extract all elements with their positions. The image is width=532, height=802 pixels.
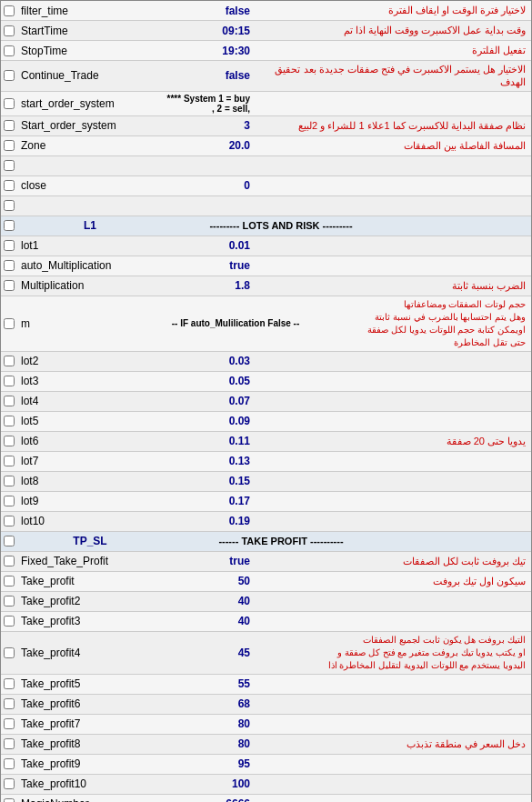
check-stop-time[interactable] xyxy=(1,45,17,57)
row-tp2: Take_profit2 40 xyxy=(1,592,531,612)
name-tp10: Take_profit10 xyxy=(17,776,163,792)
checkbox-blank3[interactable] xyxy=(4,200,15,211)
comment-zone: المسافة الفاصلة بين الصفقات xyxy=(254,137,531,154)
checkbox-tp4[interactable] xyxy=(4,647,15,658)
row-lot10: lot10 0.19 xyxy=(1,512,531,532)
value-tp2: 40 xyxy=(163,593,254,609)
value-tp3: 40 xyxy=(163,613,254,629)
comment-close xyxy=(254,184,531,187)
name-tp6: Take_profit6 xyxy=(17,696,163,712)
name-lot2: lot2 xyxy=(17,353,163,369)
table-area: filter_time false لاختيار فترة الوقت او … xyxy=(1,1,531,802)
row-tp1: Take_profit 50 سيكون اول تيك بروفت xyxy=(1,572,531,592)
checkbox-filter-time[interactable] xyxy=(4,5,15,16)
comment-stop-time: تفعيل الفلترة xyxy=(254,42,531,58)
row-stop-time: StopTime 19:30 تفعيل الفلترة xyxy=(1,41,531,61)
row-tp5: Take_profit5 55 xyxy=(1,675,531,695)
checkbox-zone[interactable] xyxy=(4,140,15,151)
checkbox-continue-trade[interactable] xyxy=(4,70,15,81)
check-start-order-num[interactable] xyxy=(1,119,17,132)
comment-lot1 xyxy=(254,244,531,247)
check-start-order-str[interactable] xyxy=(1,97,17,110)
checkbox-start-time[interactable] xyxy=(4,25,15,36)
checkbox-tp1[interactable] xyxy=(4,576,15,586)
checkbox-multiplication[interactable] xyxy=(4,280,15,291)
comment-tp4: التيك بروفت هل يكون ثابت لجميع الصفقاتاو… xyxy=(254,632,531,674)
checkbox-lot7[interactable] xyxy=(4,456,15,466)
comment-m: حجم لوتات الصفقات ومضاعفاتهاوهل يتم احتس… xyxy=(308,296,531,351)
checkbox-magic[interactable] xyxy=(4,798,15,802)
value-magic: 6666 xyxy=(163,796,254,802)
check-start-time[interactable] xyxy=(1,25,17,37)
value-tp6: 68 xyxy=(163,696,254,712)
checkbox-tp8[interactable] xyxy=(4,738,15,749)
checkbox-tp5[interactable] xyxy=(4,678,15,689)
name-continue-trade: Continue_Trade xyxy=(17,67,163,84)
check-continue-trade[interactable] xyxy=(1,69,17,82)
row-lot2: lot2 0.03 xyxy=(1,352,531,372)
row-filter-time: filter_time false لاختيار فترة الوقت او … xyxy=(1,1,531,21)
name-auto-mult: auto_Multiplication xyxy=(17,257,163,274)
row-lot5: lot5 0.09 xyxy=(1,412,531,432)
checkbox-L1[interactable] xyxy=(4,220,15,231)
check-zone[interactable] xyxy=(1,139,17,152)
comment-lot6: يدويا حتى 20 صفقة xyxy=(254,433,531,449)
name-lot5: lot5 xyxy=(17,413,163,429)
checkbox-lot1[interactable] xyxy=(4,240,15,251)
name-lot1: lot1 xyxy=(17,237,163,254)
checkbox-tp7[interactable] xyxy=(4,718,15,729)
name-tp1: Take_profit xyxy=(17,573,163,589)
name-close: close xyxy=(17,177,163,194)
value-lot3: 0.05 xyxy=(163,373,254,389)
name-lot4: lot4 xyxy=(17,393,163,409)
value-stop-time: 19:30 xyxy=(163,43,254,59)
checkbox-tp6[interactable] xyxy=(4,698,15,709)
comment-filter-time: لاختيار فترة الوقت او ايقاف الفترة xyxy=(254,2,531,18)
checkbox-start-order-str[interactable] xyxy=(4,98,15,109)
comment-start-order-num: نظام صفقة البداية للاكسبرت كما 1علاء 1 ل… xyxy=(254,117,531,134)
checkbox-tp10[interactable] xyxy=(4,778,15,789)
checkbox-tp-sl[interactable] xyxy=(4,536,15,546)
name-lot7: lot7 xyxy=(17,453,163,469)
checkbox-lot2[interactable] xyxy=(4,356,15,366)
name-start-time: StartTime xyxy=(17,23,163,39)
checkbox-lot8[interactable] xyxy=(4,476,15,486)
name-lot6: lot6 xyxy=(17,433,163,449)
checkbox-stop-time[interactable] xyxy=(4,45,15,56)
checkbox-tp2[interactable] xyxy=(4,596,15,607)
checkbox-close[interactable] xyxy=(4,180,15,191)
checkbox-lot3[interactable] xyxy=(4,376,15,386)
check-filter-time[interactable] xyxy=(1,5,17,17)
checkbox-start-order-num[interactable] xyxy=(4,120,15,131)
checkbox-tp3[interactable] xyxy=(4,616,15,627)
name-tp2: Take_profit2 xyxy=(17,593,163,609)
checkbox-blank1[interactable] xyxy=(4,160,15,171)
checkbox-auto-mult[interactable] xyxy=(4,260,15,271)
checkbox-lot5[interactable] xyxy=(4,416,15,426)
value-lot1: 0.01 xyxy=(163,237,254,254)
checkbox-m[interactable] xyxy=(4,318,15,329)
checkbox-lot6[interactable] xyxy=(4,436,15,446)
value-lot5: 0.09 xyxy=(163,413,254,429)
checkbox-fixed-tp[interactable] xyxy=(4,556,15,566)
value-continue-trade: false xyxy=(163,67,254,84)
checkbox-lot10[interactable] xyxy=(4,516,15,526)
main-container: filter_time false لاختيار فترة الوقت او … xyxy=(0,0,532,802)
checkbox-lot9[interactable] xyxy=(4,496,15,506)
name-tp5: Take_profit5 xyxy=(17,676,163,692)
name-tp-sl: TP_SL xyxy=(17,533,163,549)
row-L1: L1 --------- LOTS AND RISK --------- xyxy=(1,216,531,236)
checkbox-lot4[interactable] xyxy=(4,396,15,406)
name-magic: MagicNumber xyxy=(17,796,163,802)
row-multiplication: Multiplication 1.8 الضرب بنسبة ثابتة xyxy=(1,276,531,296)
row-tp8: Take_profit8 80 دخل السعر في منطقة تذبذب xyxy=(1,735,531,755)
name-multiplication: Multiplication xyxy=(17,277,163,294)
value-auto-mult: true xyxy=(163,257,254,274)
row-start-order-str: start_order_system **** System 1 = buy ,… xyxy=(1,92,531,116)
row-blank1 xyxy=(1,156,531,176)
value-tp7: 80 xyxy=(163,716,254,732)
name-stop-time: StopTime xyxy=(17,43,163,59)
row-lot3: lot3 0.05 xyxy=(1,372,531,392)
name-tp3: Take_profit3 xyxy=(17,613,163,629)
checkbox-tp9[interactable] xyxy=(4,758,15,769)
